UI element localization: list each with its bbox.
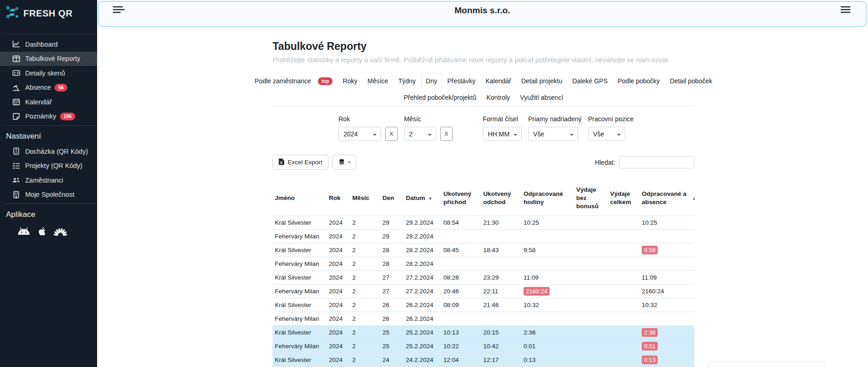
- pozice-label: Pracovní pozice: [588, 115, 634, 123]
- filter-format: Formát čísel HH:MM ⌄: [483, 115, 522, 141]
- tab-row-1: Podle zaměstnance top Roky Měsíce Týdny …: [273, 73, 694, 89]
- table-row[interactable]: Král Silvester 2024 2 28 28.2.2024 08:45…: [273, 243, 694, 257]
- menu-icon[interactable]: [841, 6, 851, 15]
- col-odpracovane-hodiny[interactable]: Odpracované hodiny: [521, 181, 574, 216]
- col-ukotveny-prichod[interactable]: Ukotvený příchod: [441, 181, 481, 216]
- col-odpracovane-a-absence[interactable]: Odpracované a absence: [639, 181, 691, 216]
- rok-select[interactable]: 2024 ⌄: [338, 127, 381, 141]
- tab-daleke-gps[interactable]: Daleké GPS: [567, 73, 612, 89]
- table-row[interactable]: Feherváry Milan 2024 2 29 29.2.2024: [273, 229, 694, 243]
- tab-prestavky[interactable]: Přestávky: [442, 73, 480, 89]
- col-rok[interactable]: Rok: [327, 181, 350, 216]
- tab-kontroly[interactable]: Kontroly: [481, 89, 515, 106]
- tab-vyuziti-absenci[interactable]: Využití absencí: [515, 89, 568, 106]
- col-mesic[interactable]: Měsíc: [350, 181, 380, 216]
- cell-jmeno: Feherváry Milan: [273, 229, 327, 243]
- cell-clipped: [691, 339, 694, 353]
- report-table: Jméno Rok Měsíc Den Datum▼ Ukotvený příc…: [273, 181, 694, 367]
- cell-hodiny: [521, 257, 574, 270]
- cell-clipped: [691, 229, 694, 243]
- cell-absence: 0:01: [639, 339, 691, 353]
- excel-export-button[interactable]: Excel Export: [273, 155, 328, 170]
- chevron-down-icon: ⌄: [513, 130, 518, 136]
- tab-dny[interactable]: Dny: [421, 73, 442, 89]
- sidebar-item-zamestnanci[interactable]: Zaměstnanci: [0, 173, 97, 188]
- sidebar-item-dochazka[interactable]: Docházka (QR Kódy): [0, 144, 97, 159]
- columns-dropdown-button[interactable]: ▾: [333, 155, 357, 170]
- col-den[interactable]: Den: [380, 181, 404, 216]
- sidebar-item-tabulkove-reporty[interactable]: Tabulkové Reporty: [0, 52, 97, 66]
- sidebar-item-kalendar[interactable]: Kalendář: [0, 95, 97, 109]
- cell-absence: 9:58: [639, 243, 691, 257]
- cell-rok: 2024: [327, 270, 350, 284]
- col-datum[interactable]: Datum▼: [404, 181, 441, 216]
- android-icon[interactable]: [16, 227, 31, 236]
- cell-den: 25: [380, 339, 404, 353]
- table-row[interactable]: Feherváry Milan 2024 2 25 25.2.2024 10:2…: [273, 339, 694, 353]
- tab-kalendar[interactable]: Kalendář: [480, 73, 516, 89]
- apple-icon[interactable]: [38, 226, 47, 237]
- table-icon: [12, 55, 20, 63]
- tab-detail-projektu[interactable]: Detail projektu: [516, 73, 568, 89]
- filter-pozice: Pracovní pozice Vše ⌄: [588, 115, 634, 141]
- table-row[interactable]: Feherváry Milan 2024 2 28 28.2.2024: [273, 257, 694, 270]
- sidebar-item-absence[interactable]: Absence 66: [0, 81, 97, 95]
- tab-mesice[interactable]: Měsíce: [362, 73, 393, 89]
- tab-prehled-pobocek-projektu[interactable]: Přehled poboček/projektů: [399, 89, 481, 106]
- pozice-select[interactable]: Vše ⌄: [588, 127, 625, 141]
- sidebar-item-detaily-skenu[interactable]: Detaily skenů: [0, 66, 97, 81]
- cell-rok: 2024: [327, 339, 350, 353]
- mesic-clear-button[interactable]: X: [440, 127, 453, 141]
- col-jmeno[interactable]: Jméno: [273, 181, 327, 216]
- tab-podle-zamestnance[interactable]: Podle zaměstnance top: [250, 73, 338, 89]
- apps-row: [0, 226, 97, 237]
- logo[interactable]: FRESH QR: [0, 0, 97, 21]
- table-row[interactable]: Feherváry Milan 2024 2 26 26.2.2024: [273, 312, 694, 325]
- mesic-select[interactable]: 2 ⌄: [404, 127, 436, 141]
- sidebar-item-label: Zaměstnanci: [25, 177, 63, 184]
- table-row[interactable]: Král Silvester 2024 2 24 24.2.2024 12:04…: [273, 353, 694, 367]
- table-row[interactable]: Král Silvester 2024 2 29 29.2.2024 08:54…: [273, 216, 694, 229]
- cell-odchod: [481, 257, 521, 270]
- cell-den: 27: [380, 270, 404, 284]
- col-vydaje-celkem[interactable]: Výdaje celkem: [608, 181, 639, 216]
- nadriadeny-select[interactable]: Vše ⌄: [528, 127, 578, 141]
- col-ukotveny-odchod[interactable]: Ukotvený odchod: [481, 181, 521, 216]
- col-clipped[interactable]: A: [691, 181, 694, 216]
- col-vydaje-bez-bonusu[interactable]: Výdaje bez bonusů: [574, 181, 608, 216]
- cell-mesic: 2: [350, 353, 380, 367]
- cell-jmeno: Král Silvester: [273, 298, 327, 312]
- tab-podle-pobocky[interactable]: Podle pobočky: [612, 73, 665, 89]
- tab-detail-pobocek[interactable]: Detail poboček: [665, 73, 717, 89]
- sidebar-item-projekty[interactable]: Projekty (QR Kódy): [0, 159, 97, 173]
- chevron-down-icon: ⌄: [569, 130, 574, 136]
- cell-vydaje-bez: [574, 312, 608, 325]
- format-select[interactable]: HH:MM ⌄: [483, 127, 522, 141]
- sidebar-toggle-icon[interactable]: [113, 6, 125, 15]
- cell-odchod: 23:29: [481, 270, 521, 284]
- rok-clear-button[interactable]: X: [385, 127, 398, 141]
- id-card-icon: [12, 69, 20, 77]
- search-input[interactable]: [619, 156, 694, 168]
- sidebar-item-moje-spolecnost[interactable]: Moje Společnost: [0, 188, 97, 202]
- cell-prichod: 08:26: [441, 270, 481, 284]
- list-check-icon: [12, 162, 20, 170]
- cell-datum: 28.2.2024: [404, 243, 441, 257]
- sidebar-item-label: Detaily skenů: [25, 70, 65, 77]
- table-row[interactable]: Feherváry Milan 2024 2 27 27.2.2024 20:4…: [273, 284, 694, 298]
- sidebar-item-poznamky[interactable]: Poznámky 195: [0, 109, 97, 124]
- tab-tydny[interactable]: Týdny: [393, 73, 420, 89]
- tab-roky[interactable]: Roky: [338, 73, 362, 89]
- table-row[interactable]: Král Silvester 2024 2 26 26.2.2024 08:09…: [273, 298, 694, 312]
- huawei-icon[interactable]: [54, 227, 67, 236]
- chevron-down-icon: ⌄: [616, 130, 622, 136]
- poznamky-count-badge: 195: [60, 113, 76, 120]
- table-row[interactable]: Král Silvester 2024 2 25 25.2.2024 10:13…: [273, 325, 694, 339]
- report-table-wrap: Jméno Rok Měsíc Den Datum▼ Ukotvený příc…: [273, 181, 694, 367]
- tab-row-2: Přehled poboček/projektů Kontroly Využit…: [273, 89, 694, 106]
- sidebar-item-dashboard[interactable]: Dashboard: [0, 37, 97, 52]
- cell-jmeno: Král Silvester: [273, 353, 327, 367]
- table-row[interactable]: Král Silvester 2024 2 27 27.2.2024 08:26…: [273, 270, 694, 284]
- company-title: Monmis s.r.o.: [99, 2, 866, 16]
- cell-datum: 26.2.2024: [404, 312, 441, 325]
